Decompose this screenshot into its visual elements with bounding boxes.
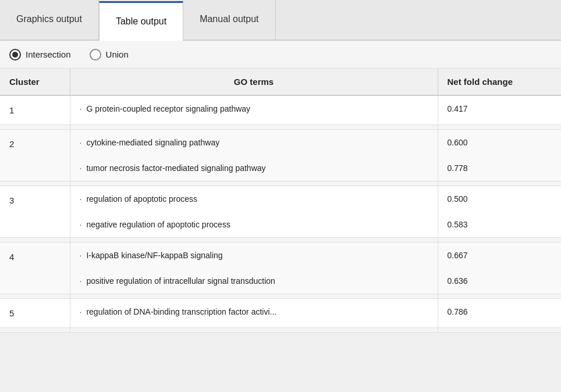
radio-intersection-circle [9,49,21,60]
nfc-value: 0.778 [438,155,562,181]
table-row: 2·cytokine-mediated signaling pathway·tu… [0,130,561,181]
nfc-cell: 0.417 [438,95,561,125]
go-term-item: ·positive regulation of intracellular si… [70,268,438,294]
radio-bar: Intersection Union [0,41,561,69]
table-row: 4·I-kappaB kinase/NF-kappaB signaling·po… [0,243,561,294]
cluster-cell: 5 [0,299,70,328]
go-term-item: ·tumor necrosis factor-mediated signalin… [70,155,438,181]
go-term-item: ·regulation of DNA-binding transcription… [70,299,438,325]
go-term-item: ·G protein-coupled receptor signaling pa… [70,96,438,122]
go-terms-cell: ·cytokine-mediated signaling pathway·tum… [70,130,438,181]
tab-manual[interactable]: Manual output [183,0,275,40]
nfc-cell: 0.6000.778 [438,130,561,181]
bullet-icon: · [80,251,82,260]
bullet-icon: · [80,163,82,173]
go-term-label: negative regulation of apoptotic process [86,220,230,229]
bullet-icon: · [80,138,82,147]
nfc-value: 0.667 [438,243,562,268]
tab-graphics[interactable]: Graphics output [0,0,99,40]
go-terms-cell: ·G protein-coupled receptor signaling pa… [70,95,438,125]
go-terms-cell: ·regulation of DNA-binding transcription… [70,299,438,328]
go-term-label: regulation of apoptotic process [86,194,197,204]
go-term-label: G protein-coupled receptor signaling pat… [86,104,250,113]
tab-table[interactable]: Table output [99,1,183,41]
tabs-bar: Graphics output Table output Manual outp… [0,0,561,41]
nfc-cell: 0.6670.636 [438,243,561,294]
table-container: Cluster GO terms Net fold change 1·G pro… [0,69,561,333]
go-term-item: ·regulation of apoptotic process [70,186,438,212]
radio-intersection-label: Intersection [26,49,71,59]
nfc-value: 0.600 [438,130,562,155]
go-term-label: positive regulation of intracellular sig… [86,276,275,286]
cluster-cell: 1 [0,95,70,125]
bullet-icon: · [80,220,82,229]
go-terms-cell: ·regulation of apoptotic process·negativ… [70,186,438,238]
tab-manual-label: Manual output [200,14,258,24]
header-cluster: Cluster [0,69,70,95]
go-term-label: tumor necrosis factor-mediated signaling… [86,163,265,173]
bullet-icon: · [80,276,82,286]
go-term-item: ·cytokine-mediated signaling pathway [70,130,438,155]
header-net-fold-change: Net fold change [438,69,561,95]
go-terms-cell: ·I-kappaB kinase/NF-kappaB signaling·pos… [70,243,438,294]
cluster-cell: 2 [0,130,70,181]
go-term-item: ·negative regulation of apoptotic proces… [70,212,438,237]
radio-union-circle [90,49,101,60]
table-row: 1·G protein-coupled receptor signaling p… [0,95,561,125]
nfc-value: 0.417 [438,96,562,122]
row-spacer [0,125,561,130]
radio-intersection[interactable]: Intersection [9,49,71,60]
row-spacer [0,328,561,333]
nfc-value: 0.500 [438,186,562,212]
nfc-value: 0.583 [438,212,562,237]
header-go-terms: GO terms [70,69,438,95]
go-term-item: ·I-kappaB kinase/NF-kappaB signaling [70,243,438,268]
tab-table-label: Table output [116,16,166,27]
nfc-cell: 0.786 [438,299,561,328]
radio-union[interactable]: Union [90,49,129,60]
bullet-icon: · [80,194,82,204]
bullet-icon: · [80,307,82,316]
go-term-label: regulation of DNA-binding transcription … [86,307,276,316]
tab-graphics-label: Graphics output [16,14,82,24]
row-spacer [0,294,561,299]
nfc-cell: 0.5000.583 [438,186,561,238]
radio-union-label: Union [106,49,129,59]
results-table: Cluster GO terms Net fold change 1·G pro… [0,69,561,333]
row-spacer [0,238,561,243]
cluster-cell: 3 [0,186,70,238]
cluster-cell: 4 [0,243,70,294]
row-spacer [0,181,561,186]
table-row: 5·regulation of DNA-binding transcriptio… [0,299,561,328]
bullet-icon: · [80,104,82,113]
go-term-label: cytokine-mediated signaling pathway [86,138,219,147]
table-header-row: Cluster GO terms Net fold change [0,69,561,95]
nfc-value: 0.786 [438,299,562,325]
table-row: 3·regulation of apoptotic process·negati… [0,186,561,238]
go-term-label: I-kappaB kinase/NF-kappaB signaling [86,251,222,260]
nfc-value: 0.636 [438,268,562,294]
